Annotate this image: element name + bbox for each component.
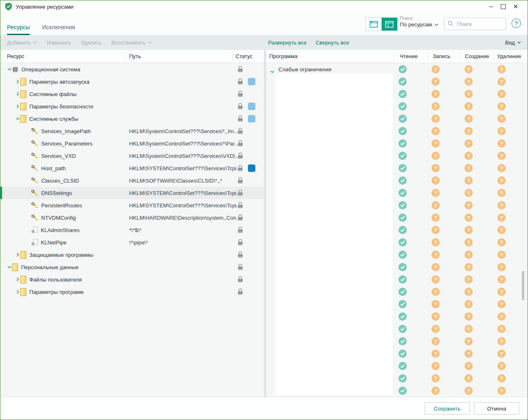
permission-prompt-icon[interactable]: ?: [497, 115, 506, 123]
permission-prompt-icon[interactable]: ?: [431, 127, 440, 135]
group-chevron-down[interactable]: [270, 68, 274, 74]
tree-row[interactable]: Параметры автозапуска: [0, 75, 264, 88]
add-button[interactable]: Добавить: [7, 40, 37, 46]
permission-prompt-icon[interactable]: ?: [431, 152, 440, 160]
permission-allowed-icon[interactable]: [398, 102, 407, 110]
permission-prompt-icon[interactable]: ?: [464, 337, 473, 345]
permission-allowed-icon[interactable]: [398, 337, 407, 345]
permission-prompt-icon[interactable]: ?: [464, 201, 473, 209]
permission-prompt-icon[interactable]: ?: [464, 65, 473, 73]
permission-allowed-icon[interactable]: [398, 214, 407, 222]
tree-row[interactable]: Операционная система: [0, 63, 264, 75]
permission-prompt-icon[interactable]: ?: [431, 214, 440, 222]
tree-row[interactable]: Services_ImagePathHKLM\System\ControlSet…: [0, 125, 264, 137]
permission-allowed-icon[interactable]: [398, 312, 407, 321]
permission-allowed-icon[interactable]: [398, 77, 407, 86]
permission-allowed-icon[interactable]: [398, 374, 407, 382]
expand-chevron-down[interactable]: [7, 68, 12, 70]
permission-allowed-icon[interactable]: [398, 325, 407, 333]
permission-prompt-icon[interactable]: ?: [431, 115, 440, 123]
permissions-row[interactable]: ???: [266, 310, 528, 323]
maximize-button[interactable]: [497, 1, 509, 12]
permissions-row[interactable]: ???: [266, 347, 528, 360]
expand-chevron-right[interactable]: [15, 104, 20, 108]
search-scope-dropdown[interactable]: Поиск По ресурсам: [400, 16, 438, 28]
permission-prompt-icon[interactable]: ?: [497, 214, 506, 222]
tree-row[interactable]: PersistentRoutesHKLM\SYSTEM\ControlSet??…: [0, 199, 264, 211]
split-pane-view-button[interactable]: [382, 18, 397, 31]
permissions-row[interactable]: ???: [266, 286, 528, 298]
permission-allowed-icon[interactable]: [398, 238, 407, 246]
permission-allowed-icon[interactable]: [398, 251, 407, 259]
permission-prompt-icon[interactable]: ?: [464, 251, 473, 259]
permissions-group-row[interactable]: Слабые ограничения???: [266, 63, 528, 75]
permission-prompt-icon[interactable]: ?: [497, 374, 506, 382]
permission-allowed-icon[interactable]: [398, 115, 407, 123]
tree-row[interactable]: Параметры программ: [0, 286, 264, 298]
expand-chevron-right[interactable]: [15, 277, 20, 282]
permission-prompt-icon[interactable]: ?: [497, 263, 506, 271]
expand-chevron-down[interactable]: [15, 117, 20, 120]
permission-prompt-icon[interactable]: ?: [497, 251, 506, 259]
tree-row[interactable]: Параметры безопасности: [0, 100, 264, 113]
permission-prompt-icon[interactable]: ?: [464, 275, 473, 284]
permission-prompt-icon[interactable]: ?: [431, 164, 440, 172]
permission-allowed-icon[interactable]: [398, 226, 407, 234]
permission-prompt-icon[interactable]: ?: [431, 312, 440, 321]
permission-prompt-icon[interactable]: ?: [431, 102, 440, 110]
expand-chevron-right[interactable]: [15, 92, 20, 96]
permissions-row[interactable]: ???: [266, 323, 528, 335]
permission-allowed-icon[interactable]: [398, 189, 407, 197]
permissions-row[interactable]: ???: [266, 273, 528, 286]
permission-prompt-icon[interactable]: ?: [497, 65, 506, 73]
permissions-row[interactable]: ???: [266, 298, 528, 310]
permission-prompt-icon[interactable]: ?: [464, 164, 473, 172]
close-button[interactable]: ✕: [509, 1, 522, 12]
permission-prompt-icon[interactable]: ?: [464, 312, 473, 321]
permission-allowed-icon[interactable]: [398, 164, 407, 172]
permission-prompt-icon[interactable]: ?: [431, 300, 440, 308]
permissions-row[interactable]: ???: [266, 236, 528, 249]
permission-prompt-icon[interactable]: ?: [431, 263, 440, 271]
tree-row[interactable]: KLNetPipe\*\pipe\*: [0, 236, 264, 249]
permission-prompt-icon[interactable]: ?: [464, 90, 473, 98]
permissions-row[interactable]: ???: [266, 125, 528, 137]
permission-prompt-icon[interactable]: ?: [497, 226, 506, 234]
permission-prompt-icon[interactable]: ?: [497, 362, 506, 370]
permission-prompt-icon[interactable]: ?: [464, 325, 473, 333]
permission-prompt-icon[interactable]: ?: [464, 238, 473, 246]
permission-prompt-icon[interactable]: ?: [464, 374, 473, 382]
permission-prompt-icon[interactable]: ?: [431, 275, 440, 284]
permission-allowed-icon[interactable]: [398, 139, 407, 148]
permission-prompt-icon[interactable]: ?: [497, 152, 506, 160]
permission-allowed-icon[interactable]: [398, 65, 407, 73]
save-button[interactable]: Сохранить: [424, 402, 470, 415]
permission-allowed-icon[interactable]: [398, 288, 407, 296]
permission-prompt-icon[interactable]: ?: [497, 176, 506, 185]
permission-prompt-icon[interactable]: ?: [464, 263, 473, 271]
permissions-row[interactable]: ???: [266, 360, 528, 372]
permission-prompt-icon[interactable]: ?: [497, 387, 506, 395]
permission-prompt-icon[interactable]: ?: [464, 127, 473, 135]
permissions-row[interactable]: ???: [266, 174, 528, 187]
permission-prompt-icon[interactable]: ?: [464, 214, 473, 222]
permission-prompt-icon[interactable]: ?: [464, 152, 473, 160]
permission-prompt-icon[interactable]: ?: [431, 65, 440, 73]
permissions-row[interactable]: ???: [266, 113, 528, 125]
edit-button[interactable]: Изменить: [47, 40, 71, 46]
permission-prompt-icon[interactable]: ?: [464, 176, 473, 185]
permission-prompt-icon[interactable]: ?: [464, 115, 473, 123]
permissions-row[interactable]: ???: [266, 372, 528, 385]
tree-row[interactable]: Classes_CLSIDHKLM\SOFTWARE\Classes\CLSID…: [0, 174, 264, 187]
permission-allowed-icon[interactable]: [398, 350, 407, 358]
permission-prompt-icon[interactable]: ?: [464, 77, 473, 86]
tree-row[interactable]: Файлы пользователя: [0, 273, 264, 286]
tree-row[interactable]: NTVDMConfigHKLM\HARDWARE\Description\sys…: [0, 211, 264, 224]
vertical-scrollbar-thumb[interactable]: [522, 271, 524, 300]
permission-prompt-icon[interactable]: ?: [464, 139, 473, 148]
tree-row[interactable]: KLAdminShares*\*$\*: [0, 224, 264, 236]
permission-prompt-icon[interactable]: ?: [497, 325, 506, 333]
permission-prompt-icon[interactable]: ?: [464, 288, 473, 296]
permission-prompt-icon[interactable]: ?: [497, 300, 506, 308]
permission-prompt-icon[interactable]: ?: [464, 350, 473, 358]
